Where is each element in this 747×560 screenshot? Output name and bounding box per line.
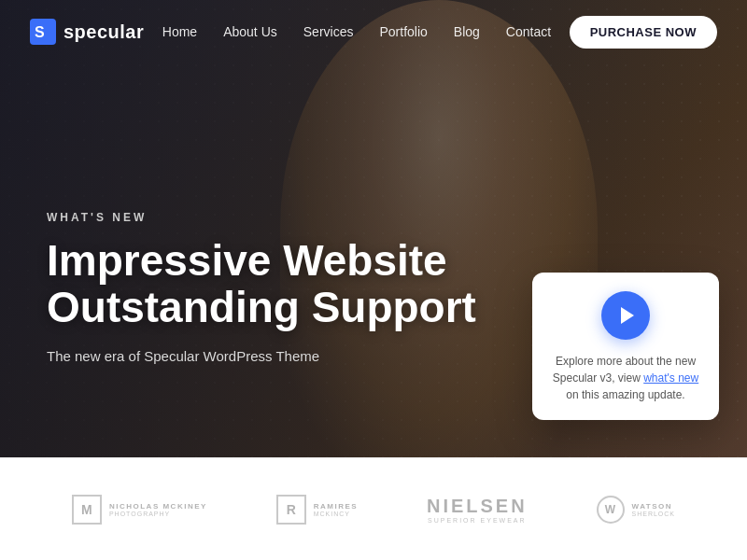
- hero-title-line1: Impressive Website: [47, 236, 447, 285]
- logo-name-ramires: RAMIRES: [314, 502, 358, 511]
- logo-name-mckincy: MCKINCY: [314, 511, 358, 517]
- nav-blog[interactable]: Blog: [454, 24, 480, 39]
- logo-nielsen-sub: SUPERIOR EYEWEAR: [427, 517, 528, 524]
- play-button[interactable]: [601, 291, 650, 340]
- purchase-button[interactable]: PURCHASE NOW: [570, 16, 717, 49]
- logo-name-sherlock: SHERLOCK: [632, 511, 676, 517]
- nav-home[interactable]: Home: [162, 24, 197, 39]
- nav-services[interactable]: Services: [303, 24, 354, 39]
- nav-contact[interactable]: Contact: [506, 24, 551, 39]
- video-card: Explore more about the new Specular v3, …: [532, 273, 719, 420]
- nav-links: Home About Us Services Portfolio Blog Co…: [162, 23, 551, 40]
- hero-title: Impressive Website Outstanding Support: [47, 237, 476, 331]
- brand-name: specular: [63, 21, 144, 43]
- logo-circle-w: W: [597, 496, 625, 524]
- logo-text-nielsen: NIELSEN: [427, 496, 528, 517]
- logos-bar: M NICHOLAS MCKINEY PHOTOGRAPHY R RAMIRES…: [0, 457, 747, 560]
- logo[interactable]: S specular: [30, 19, 144, 45]
- logo-box-r: R: [276, 495, 306, 525]
- logo-name-photography: PHOTOGRAPHY: [109, 511, 207, 517]
- logo-watson: W WATSON SHERLOCK: [597, 496, 676, 524]
- nav-portfolio[interactable]: Portfolio: [379, 24, 427, 39]
- hero-eyebrow: WHAT'S NEW: [47, 211, 476, 224]
- svg-text:S: S: [35, 24, 45, 40]
- logo-ramires: R RAMIRES MCKINCY: [276, 495, 358, 525]
- logo-nicholas-mckiney: M NICHOLAS MCKINEY PHOTOGRAPHY: [72, 495, 207, 525]
- brand-icon: S: [30, 19, 56, 45]
- hero-subtitle: The new era of Specular WordPress Theme: [47, 348, 476, 364]
- hero-content: WHAT'S NEW Impressive Website Outstandin…: [47, 211, 476, 364]
- logo-name-watson: WATSON: [632, 502, 676, 511]
- video-card-description: Explore more about the new Specular v3, …: [549, 353, 702, 403]
- logo-name-nicholas: NICHOLAS MCKINEY: [109, 502, 207, 511]
- play-icon: [621, 307, 634, 324]
- navbar: S specular Home About Us Services Portfo…: [0, 0, 747, 63]
- whats-new-link[interactable]: what's new: [643, 371, 698, 385]
- logo-box-m: M: [72, 495, 102, 525]
- hero-section: WHAT'S NEW Impressive Website Outstandin…: [0, 0, 747, 457]
- logo-nielsen: NIELSEN SUPERIOR EYEWEAR: [427, 496, 528, 524]
- nav-about[interactable]: About Us: [223, 24, 277, 39]
- hero-title-line2: Outstanding Support: [47, 283, 476, 331]
